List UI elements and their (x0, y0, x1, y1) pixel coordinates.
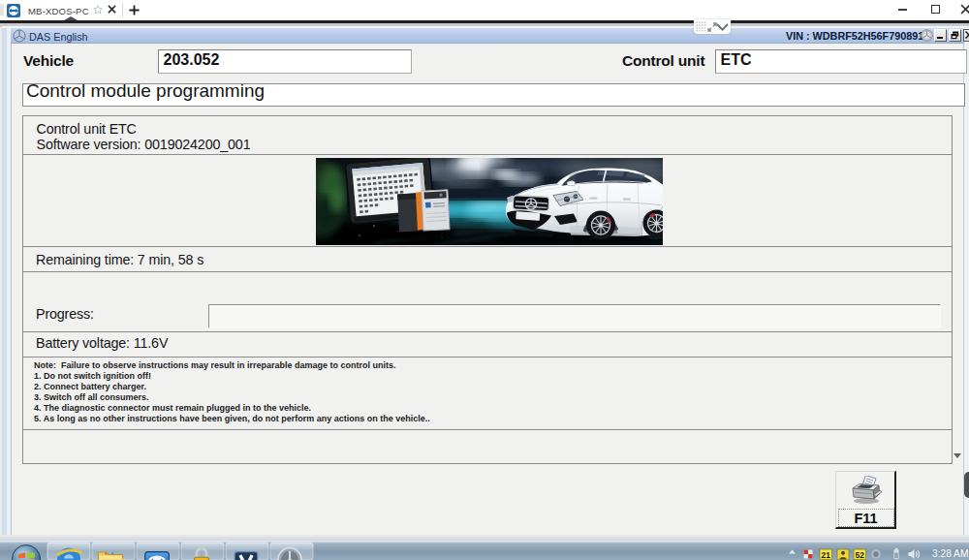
svg-text:21: 21 (822, 550, 831, 560)
svg-text:3:28 AM: 3:28 AM (932, 548, 968, 559)
svg-text:52: 52 (856, 550, 865, 560)
